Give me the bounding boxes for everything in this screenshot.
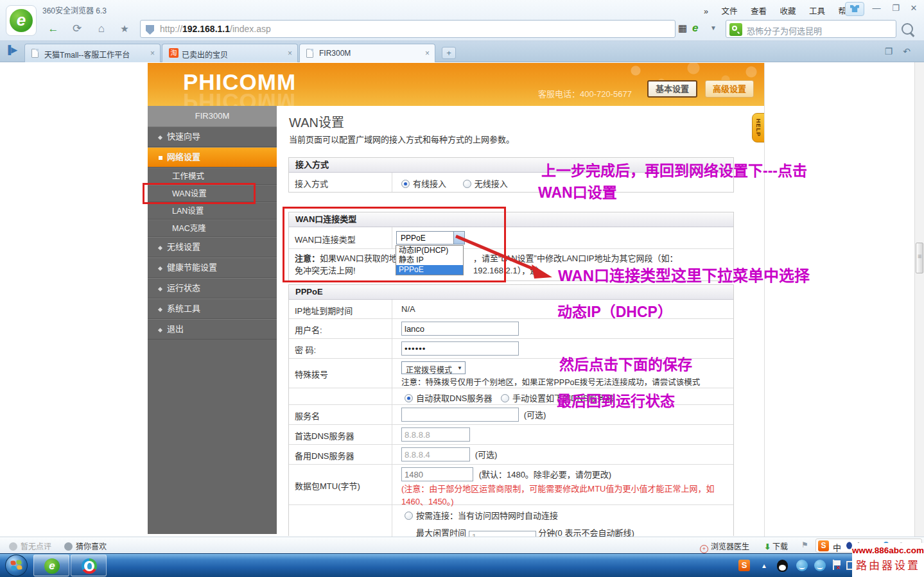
search-box[interactable]: 恐怖分子为何选昆明 xyxy=(726,20,896,38)
backup-dns-input[interactable] xyxy=(401,447,470,461)
url-text[interactable]: http://192.168.1.1/index.asp xyxy=(160,24,271,34)
sidebar-item-status[interactable]: 运行状态 xyxy=(148,278,277,298)
sidebar-item-wireless[interactable]: 无线设置 xyxy=(148,237,277,257)
favorite-star-icon[interactable]: ★ xyxy=(116,21,133,37)
tab-close-icon[interactable]: × xyxy=(150,49,155,58)
tab-label: FIR300M xyxy=(319,49,351,58)
tab-close-icon[interactable]: × xyxy=(425,49,430,58)
address-dropdown-icon[interactable]: ▼ xyxy=(710,24,717,31)
search-input[interactable]: 恐怖分子为何选昆明 xyxy=(747,24,822,37)
status-bar: 暂无点评 猜你喜欢 +浏览器医生 ⬇下载 ⚑ S 中 xyxy=(0,537,924,553)
scrollbar-thumb[interactable] xyxy=(916,243,923,273)
menu-view[interactable]: 查看 xyxy=(751,7,767,16)
minimize-button[interactable]: — xyxy=(868,3,885,15)
sidebar-item-mac-clone[interactable]: MAC克隆 xyxy=(148,220,277,237)
advanced-settings-button[interactable]: 高级设置 xyxy=(705,80,754,98)
browser-chrome: e 360安全浏览器 6.3 » 文件 查看 收藏 工具 帮助 — ❐ ✕ ← … xyxy=(0,0,924,41)
tab-fir300m[interactable]: FIR300M × xyxy=(299,44,435,63)
dns-auto-radio[interactable] xyxy=(405,394,413,402)
dial-mode-select[interactable]: 正常拨号模式 ▼ xyxy=(401,361,466,374)
tab-list-icon[interactable]: ▐▶ xyxy=(5,45,19,58)
address-bar[interactable]: http://192.168.1.1/index.asp xyxy=(140,20,676,38)
start-button[interactable] xyxy=(5,555,28,576)
password-input[interactable] xyxy=(401,341,519,356)
page-icon xyxy=(306,49,313,58)
ime-mode-chinese[interactable]: 中 xyxy=(833,541,841,553)
taskbar-app-360safe[interactable] xyxy=(71,555,107,576)
menu-favorites[interactable]: 收藏 xyxy=(780,7,796,16)
windows-flag-icon xyxy=(10,560,23,571)
tray-action-center-icon[interactable]: × xyxy=(832,560,841,570)
service-name-input[interactable] xyxy=(401,408,519,422)
browser-logo[interactable]: e xyxy=(6,5,37,36)
sidebar-item-health-save[interactable]: 健康节能设置 xyxy=(148,257,277,278)
menu-tools[interactable]: 工具 xyxy=(809,7,825,16)
wireless-radio[interactable] xyxy=(463,180,471,188)
row-label: 特殊拨号 xyxy=(289,359,392,388)
tray-sogou-icon[interactable]: S xyxy=(738,560,750,571)
recently-closed-icon[interactable]: ❐ xyxy=(881,46,896,59)
ie-mode-icon[interactable]: e xyxy=(692,22,698,35)
page-content: PHICOMM PHICOMM 客服电话：400-720-5677 基本设置 高… xyxy=(0,62,924,537)
browser-doctor[interactable]: +浏览器医生 xyxy=(700,540,749,553)
menu-bar: » 文件 查看 收藏 工具 帮助 xyxy=(704,4,865,17)
menu-file[interactable]: 文件 xyxy=(721,7,737,16)
back-icon[interactable]: ← xyxy=(45,21,62,37)
row-label: 密 码: xyxy=(289,339,392,358)
qr-code-icon[interactable]: ▦ xyxy=(678,23,687,33)
sidebar-item-system-tools[interactable]: 系统工具 xyxy=(148,298,277,319)
home-icon[interactable]: ⌂ xyxy=(93,21,110,37)
row-label xyxy=(289,388,392,404)
search-go-icon[interactable] xyxy=(902,23,913,35)
wired-radio[interactable] xyxy=(401,180,410,188)
tray-360-icon-2[interactable] xyxy=(814,560,826,571)
restore-button[interactable]: ❐ xyxy=(887,3,904,15)
site-shield-icon[interactable] xyxy=(146,25,154,35)
sidebar-item-quick-wizard[interactable]: 快速向导 xyxy=(148,126,277,147)
taskbar-app-360browser[interactable]: e xyxy=(33,555,69,576)
watermark: www.886abc.com 路由器设置 xyxy=(852,543,924,577)
download-button[interactable]: ⬇下载 xyxy=(764,540,788,551)
undo-close-icon[interactable]: ↶ xyxy=(899,46,914,59)
vertical-scrollbar[interactable] xyxy=(914,62,924,537)
guess-like[interactable]: 猜你喜欢 xyxy=(64,540,107,551)
primary-dns-input[interactable] xyxy=(401,427,470,442)
tray-expand-icon[interactable]: ▲ xyxy=(761,562,767,569)
on-demand-radio[interactable] xyxy=(405,512,413,520)
tray-qq-icon[interactable] xyxy=(777,560,788,572)
on-demand-label: 按需连接：当有访问因特网时自动连接 xyxy=(416,511,558,521)
sidebar-item-lan-settings[interactable]: LAN设置 xyxy=(148,202,277,220)
mtu-input[interactable] xyxy=(401,467,473,481)
dns-manual-radio[interactable] xyxy=(501,394,509,402)
sidebar-model-header: FIR300M xyxy=(148,106,277,126)
tab-tmall[interactable]: 天猫Tmall--客服工作平台 × xyxy=(24,44,161,62)
tab-close-icon[interactable]: × xyxy=(288,49,292,58)
help-tab[interactable]: HELP xyxy=(752,113,765,142)
screen: e 360安全浏览器 6.3 » 文件 查看 收藏 工具 帮助 — ❐ ✕ ← … xyxy=(0,0,924,577)
annotation-step4: 然后点击下面的保存 xyxy=(559,352,692,374)
menu-overflow-icon[interactable]: » xyxy=(704,7,708,16)
guess-icon xyxy=(64,542,73,551)
username-input[interactable] xyxy=(401,322,519,336)
flag-icon[interactable]: ⚑ xyxy=(801,540,808,549)
taskbar: e S ▲ × xyxy=(0,553,924,577)
sogou-icon[interactable]: S xyxy=(818,540,829,551)
row-label: 接入方式 xyxy=(289,173,392,192)
select-arrow-icon[interactable]: ▼ xyxy=(455,362,465,374)
sidebar-item-work-mode[interactable]: 工作模式 xyxy=(148,168,277,185)
search-engine-icon[interactable] xyxy=(729,23,742,36)
page-title: WAN设置 xyxy=(289,112,344,131)
sidebar-item-network-settings[interactable]: 网络设置 xyxy=(148,147,277,168)
tray-360-icon[interactable] xyxy=(796,560,808,571)
row-label: 数据包MTU(字节) xyxy=(289,465,392,504)
basic-settings-button[interactable]: 基本设置 xyxy=(647,80,697,98)
close-button[interactable]: ✕ xyxy=(905,3,922,15)
no-review[interactable]: 暂无点评 xyxy=(9,540,51,551)
skin-button[interactable] xyxy=(845,2,864,16)
tab-taobao[interactable]: 淘 已卖出的宝贝 × xyxy=(162,44,298,62)
sidebar-item-logout[interactable]: 退出 xyxy=(148,319,277,340)
new-tab-button[interactable]: + xyxy=(442,47,456,59)
refresh-icon[interactable]: ⟳ xyxy=(69,21,85,37)
tab-label: 已卖出的宝贝 xyxy=(182,49,228,60)
comment-icon xyxy=(9,542,17,551)
